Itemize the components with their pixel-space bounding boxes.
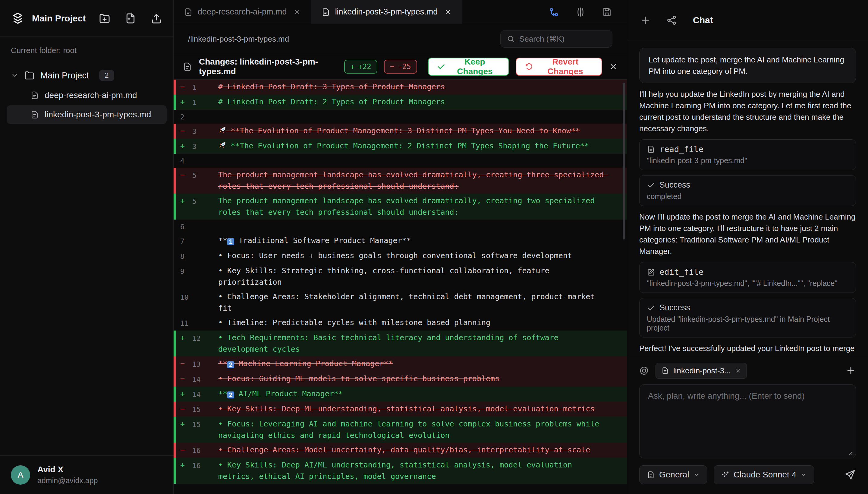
line-text: • Focus: User needs + business goals thr…	[218, 250, 611, 262]
tab-label: deep-research-ai-pm.md	[198, 7, 287, 17]
chat-header: Chat	[627, 0, 868, 40]
chevron-down-icon	[801, 472, 807, 478]
file-row[interactable]: deep-research-ai-pm.md	[7, 86, 167, 104]
close-tab-icon[interactable]	[444, 8, 452, 16]
line-text: • Challenge Areas: Model uncertainty, da…	[218, 444, 611, 456]
resize-handle[interactable]	[846, 449, 853, 456]
file-icon	[184, 7, 193, 17]
line-text: **2 Machine Learning Product Manager**	[218, 358, 611, 369]
diff-marker: −	[180, 169, 192, 180]
diff-row[interactable]: − 1 # LinkedIn Post Draft: 3 Types of Pr…	[174, 80, 627, 95]
tab[interactable]: linkedin-post-3-pm-types.md	[311, 0, 462, 24]
search-box[interactable]	[500, 30, 612, 48]
line-number: 13	[192, 358, 218, 370]
app-logo-icon	[11, 12, 25, 25]
diff-row[interactable]: 8 • Focus: User needs + business goals t…	[174, 248, 627, 264]
editor-scrollbar[interactable]	[623, 83, 625, 240]
sparkles-icon	[721, 471, 729, 479]
agent-selector[interactable]: General	[639, 466, 707, 484]
file-tree: Main Project 2 deep-research-ai-pm.md li…	[0, 58, 173, 455]
file-count-badge: 2	[99, 70, 114, 81]
mention-icon[interactable]	[639, 366, 649, 376]
diff-row[interactable]: − 16 • Challenge Areas: Model uncertaint…	[174, 443, 627, 458]
project-title: Main Project	[32, 13, 85, 23]
app-root: Main Project Current folder: root	[0, 0, 868, 494]
upload-icon[interactable]	[151, 12, 162, 24]
tab[interactable]: deep-research-ai-pm.md	[174, 0, 311, 24]
line-text: The product management landscape has evo…	[218, 195, 611, 218]
diff-row[interactable]: + 1 # LinkedIn Post Draft: 2 Types of Pr…	[174, 95, 627, 110]
diff-row[interactable]: 6	[174, 220, 627, 233]
diff-row[interactable]: − 14 • Focus: Guiding ML models to solve…	[174, 372, 627, 387]
revert-changes-button[interactable]: Revert Changes	[516, 58, 602, 76]
diff-row[interactable]: + 5 The product management landscape has…	[174, 194, 627, 220]
tool-call-card: edit_file "linkedin-post-3-pm-types.md",…	[639, 262, 856, 293]
diff-marker: −	[180, 125, 192, 137]
tree-root-folder[interactable]: Main Project 2	[0, 65, 173, 86]
chat-title: Chat	[693, 15, 713, 25]
diff-row[interactable]: + 12 • Tech Requirements: Basic technica…	[174, 330, 627, 357]
diff-marker: +	[180, 332, 192, 343]
assistant-message: I'll help you update the LinkedIn post b…	[639, 88, 856, 134]
line-number: 11	[180, 317, 218, 329]
folder-icon	[24, 70, 35, 81]
save-icon[interactable]	[601, 7, 612, 18]
line-text: • Focus: Guiding ML models to solve spec…	[218, 373, 611, 384]
diff-row[interactable]: − 5 The product management landscape has…	[174, 168, 627, 194]
breadcrumb: /linkedin-post-3-pm-types.md	[188, 34, 289, 44]
add-attachment-icon[interactable]	[846, 365, 856, 376]
assistant-message: Now I'll update the post to merge the AI…	[639, 211, 856, 257]
new-folder-icon[interactable]	[99, 12, 111, 24]
diff-row[interactable]: + 16 • Key Skills: Deep AI/ML understand…	[174, 458, 627, 484]
user-profile[interactable]: A Avid X admin@avidx.app	[0, 455, 173, 494]
line-number: 3	[192, 125, 218, 137]
diff-view[interactable]: − 1 # LinkedIn Post Draft: 3 Types of Pr…	[174, 80, 627, 494]
changes-bar: Changes: linkedin-post-3-pm-types.md ++2…	[174, 54, 627, 80]
keep-changes-button[interactable]: Keep Changes	[428, 58, 509, 76]
tool-result-card: Success Updated "linkedin-post-3-pm-type…	[639, 298, 856, 338]
diff-row[interactable]: 7 **1 Traditional Software Product Manag…	[174, 233, 627, 248]
file-icon	[647, 145, 655, 153]
tree-root-label: Main Project	[40, 71, 89, 80]
diff-row[interactable]: − 15 • Key Skills: Deep ML understanding…	[174, 402, 627, 417]
diff-row[interactable]: + 15 • Focus: Leveraging AI and machine …	[174, 417, 627, 443]
new-chat-icon[interactable]	[640, 15, 651, 26]
user-email: admin@avidx.app	[37, 476, 98, 485]
diff-row[interactable]: 11 • Timeline: Predictable cycles with m…	[174, 316, 627, 330]
close-changes-icon[interactable]	[609, 62, 618, 71]
tab-bar: deep-research-ai-pm.md linkedin-post-3-p…	[174, 0, 627, 24]
diff-view-icon[interactable]	[549, 7, 559, 18]
chat-input[interactable]	[639, 384, 856, 458]
line-number: 14	[192, 373, 218, 385]
diff-row[interactable]: + 3 **The Evolution of Product Managemen…	[174, 139, 627, 154]
avatar: A	[11, 466, 30, 484]
diff-row[interactable]: − 13 **2 Machine Learning Product Manage…	[174, 357, 627, 372]
new-file-icon[interactable]	[124, 12, 137, 24]
file-row[interactable]: linkedin-post-3-pm-types.md	[7, 105, 167, 124]
diff-row[interactable]: 4	[174, 154, 627, 168]
send-icon[interactable]	[845, 469, 856, 480]
file-icon	[30, 110, 39, 119]
diff-row[interactable]: + 14 **2 AI/ML Product Manager**	[174, 387, 627, 402]
split-view-icon[interactable]	[575, 7, 586, 18]
attachment-chip[interactable]: linkedin-post-3...	[655, 363, 747, 379]
line-text: • Key Skills: Deep AI/ML understanding, …	[218, 459, 611, 482]
close-tab-icon[interactable]	[294, 8, 301, 16]
line-number: 7	[180, 235, 218, 247]
search-input[interactable]	[519, 34, 606, 44]
diff-marker: −	[180, 403, 192, 415]
diff-row[interactable]: 9 • Key Skills: Strategic thinking, cros…	[174, 264, 627, 289]
diff-row[interactable]: 10 • Challenge Areas: Stakeholder alignm…	[174, 289, 627, 316]
diff-marker: −	[180, 373, 192, 384]
line-number: 1	[192, 81, 218, 93]
share-icon[interactable]	[666, 15, 677, 26]
rocket-emoji	[218, 141, 226, 149]
diff-row[interactable]: − 3 **The Evolution of Product Managemen…	[174, 124, 627, 139]
remove-attachment-icon[interactable]	[735, 368, 741, 374]
rocket-emoji	[218, 126, 226, 134]
line-text: # LinkedIn Post Draft: 3 Types of Produc…	[218, 81, 611, 93]
chat-messages: Let update the post, merge the AI and Ma…	[627, 40, 868, 357]
model-selector[interactable]: Claude Sonnet 4	[714, 466, 814, 484]
line-text: • Timeline: Predictable cycles with mile…	[218, 317, 611, 328]
diff-row[interactable]: 2	[174, 110, 627, 124]
